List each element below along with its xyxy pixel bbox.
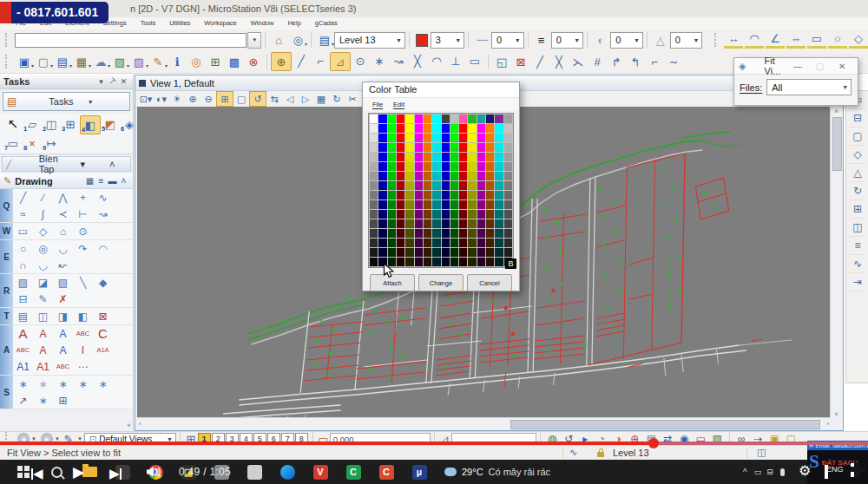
place-shape[interactable]: ◇ — [33, 223, 53, 239]
color-cell-5-12[interactable] — [477, 162, 485, 171]
color-cell-13-1[interactable] — [378, 239, 386, 247]
place-freehand[interactable]: ≈ — [13, 206, 33, 222]
color-cell-0-4[interactable] — [405, 114, 413, 123]
color-cell-8-10[interactable] — [459, 191, 467, 199]
color-cell-2-7[interactable] — [432, 134, 440, 142]
color-cell-5-4[interactable] — [405, 162, 413, 171]
color-cell-8-2[interactable] — [388, 191, 396, 199]
taskbar-app-c-red[interactable]: C — [370, 465, 403, 480]
color-cell-14-9[interactable] — [450, 248, 458, 257]
color-cell-8-14[interactable] — [495, 191, 503, 199]
color-cell-8-7[interactable] — [432, 191, 440, 199]
color-cell-10-9[interactable] — [450, 210, 458, 219]
hatch-area[interactable]: ▨ — [13, 274, 33, 291]
color-cell-13-11[interactable] — [468, 239, 476, 247]
crosshatch-area[interactable]: ◪ — [33, 274, 53, 291]
color-cell-8-1[interactable] — [378, 191, 386, 199]
color-cell-15-9[interactable] — [450, 258, 458, 266]
color-cell-1-5[interactable] — [415, 124, 423, 133]
priority-combo[interactable]: 0 ▼ — [670, 32, 703, 49]
text-attributes[interactable]: A — [53, 325, 73, 342]
color-cell-11-3[interactable] — [397, 219, 404, 228]
fill-data-fields[interactable]: ABC — [53, 358, 73, 375]
volume-button[interactable] — [146, 466, 163, 480]
data-field-tools[interactable]: ⋯ — [73, 358, 93, 375]
color-cell-6-12[interactable] — [477, 172, 485, 180]
point-clouds[interactable]: ☁▾ — [91, 53, 110, 70]
color-cell-0-6[interactable] — [424, 114, 431, 123]
color-cell-6-2[interactable] — [388, 172, 396, 180]
transparency-combo[interactable]: 0 ▼ — [610, 32, 643, 49]
color-cell-10-1[interactable] — [378, 210, 386, 219]
active-level-icon[interactable]: ▤▾ — [315, 31, 334, 49]
place-cell-matrix[interactable]: ∗ — [33, 376, 53, 392]
color-cell-11-4[interactable] — [405, 219, 413, 228]
color-cell-15-11[interactable] — [468, 258, 476, 266]
change-pattern[interactable]: ⊟ — [13, 291, 33, 307]
modify-pattern[interactable]: ✎ — [33, 291, 53, 307]
color-cell-7-9[interactable] — [450, 181, 458, 190]
color-cell-9-5[interactable] — [415, 200, 423, 209]
place-line[interactable]: ∕ — [33, 189, 53, 206]
color-cell-3-12[interactable] — [477, 143, 485, 152]
priority-icon[interactable]: △ — [651, 31, 670, 49]
color-cell-2-4[interactable] — [405, 134, 413, 142]
color-cell-4-8[interactable] — [442, 153, 450, 161]
color-cell-12-2[interactable] — [388, 229, 396, 238]
color-cell-1-11[interactable] — [468, 124, 476, 133]
view-attributes[interactable]: ⊡▾ — [138, 92, 154, 106]
color-cell-15-6[interactable] — [424, 258, 431, 266]
references[interactable]: ▤▾ — [53, 53, 72, 70]
color-cell-0-1[interactable] — [378, 114, 386, 123]
sheet[interactable]: ▢▾ — [34, 53, 53, 70]
color-cell-14-1[interactable] — [378, 248, 386, 257]
toolbar-grip[interactable] — [5, 33, 11, 47]
color-cell-5-7[interactable] — [432, 162, 440, 171]
rotate-element[interactable]: ↻ — [849, 182, 866, 200]
copy-view[interactable]: ▦ — [313, 92, 329, 106]
color-cell-10-4[interactable] — [405, 210, 413, 219]
color-cell-4-2[interactable] — [388, 153, 396, 161]
color-cell-5-2[interactable] — [388, 162, 396, 171]
color-cell-0-13[interactable] — [486, 114, 494, 123]
menu-workspace[interactable]: Workspace — [197, 17, 243, 29]
snap-origin[interactable]: ∗ — [370, 52, 389, 69]
color-cell-7-8[interactable] — [442, 181, 450, 190]
scroll-down-icon[interactable]: ˅ — [127, 422, 131, 429]
color-cell-11-5[interactable] — [415, 219, 423, 228]
color-cell-5-11[interactable] — [468, 162, 476, 171]
color-cell-11-14[interactable] — [495, 219, 503, 228]
color-cell-0-12[interactable] — [477, 114, 485, 123]
battery-icon[interactable]: ▭ — [754, 468, 762, 476]
section-letter-r[interactable]: R — [0, 274, 13, 307]
color-cell-4-5[interactable] — [415, 153, 423, 161]
next-video-button[interactable]: ▶ — [109, 466, 122, 481]
align-elements[interactable]: ≡ — [849, 237, 866, 255]
color-cell-13-9[interactable] — [450, 239, 458, 247]
place-regular-polygon[interactable]: ⊙ — [73, 223, 93, 239]
color-cell-2-13[interactable] — [486, 134, 494, 142]
snap-parallel[interactable]: ▭ — [465, 52, 484, 69]
scale-element[interactable]: △ — [849, 164, 866, 182]
color-cell-2-8[interactable] — [442, 134, 450, 142]
panel-view-icon[interactable]: ▬ — [107, 176, 118, 186]
color-cell-3-4[interactable] — [405, 143, 413, 152]
zoom-in[interactable]: ⊕ — [185, 92, 201, 106]
modify-arc[interactable]: ↷ — [73, 240, 93, 257]
weather-widget[interactable]: 29°C Có mây rải rác — [444, 460, 550, 484]
match-text[interactable]: A1A — [93, 342, 113, 358]
level-display[interactable]: ▩ — [225, 53, 244, 70]
taskbar-edge[interactable] — [271, 465, 304, 480]
color-cell-1-8[interactable] — [442, 124, 450, 133]
place-circle[interactable]: ○ — [13, 240, 33, 257]
color-cell-9-14[interactable] — [495, 200, 503, 209]
close-icon[interactable]: ✕ — [118, 77, 129, 86]
color-cell-15-8[interactable] — [442, 258, 450, 266]
grid-view-icon[interactable]: ▦ — [84, 176, 95, 186]
taskbar-search[interactable] — [40, 467, 73, 478]
color-cell-5-8[interactable] — [442, 162, 450, 171]
color-cell-14-14[interactable] — [495, 248, 503, 257]
color-cell-2-3[interactable] — [397, 134, 404, 142]
color-cell-2-15[interactable] — [504, 134, 512, 142]
color-cell-3-1[interactable] — [378, 143, 386, 152]
